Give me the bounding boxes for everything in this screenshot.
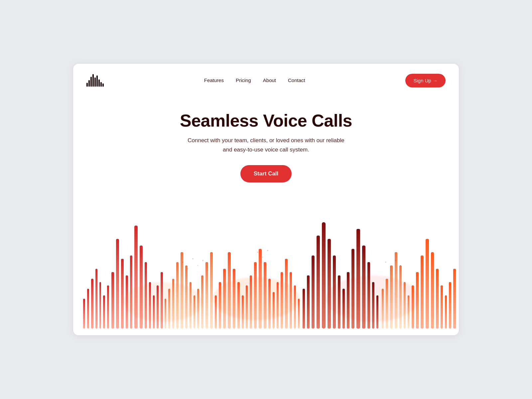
svg-rect-59 (328, 239, 331, 329)
svg-point-87 (182, 261, 184, 263)
svg-rect-21 (161, 272, 163, 329)
nav-item-features[interactable]: Features (204, 77, 224, 83)
logo (86, 74, 104, 87)
svg-rect-12 (121, 259, 124, 329)
svg-rect-79 (421, 255, 424, 329)
svg-rect-33 (210, 252, 213, 329)
svg-rect-74 (399, 265, 402, 329)
svg-rect-54 (303, 289, 305, 329)
nav-link-about[interactable]: About (263, 77, 276, 83)
svg-rect-82 (436, 269, 439, 329)
svg-rect-19 (153, 295, 155, 329)
svg-rect-43 (254, 262, 257, 329)
svg-rect-16 (140, 246, 143, 329)
svg-rect-78 (416, 272, 419, 329)
svg-point-98 (395, 260, 396, 261)
svg-rect-75 (404, 282, 406, 329)
svg-rect-7 (99, 282, 101, 329)
svg-rect-55 (307, 275, 310, 329)
svg-rect-49 (281, 272, 283, 329)
logo-bar (96, 75, 98, 87)
svg-rect-65 (356, 229, 360, 329)
svg-rect-34 (215, 295, 217, 329)
svg-rect-44 (259, 249, 262, 329)
svg-rect-73 (395, 252, 397, 329)
svg-rect-45 (264, 262, 266, 329)
logo-bar (98, 79, 100, 87)
nav-link-pricing[interactable]: Pricing (236, 77, 251, 83)
svg-rect-6 (95, 269, 97, 329)
nav-link-features[interactable]: Features (204, 77, 224, 83)
svg-rect-10 (111, 272, 114, 329)
svg-rect-37 (228, 252, 231, 329)
svg-rect-81 (431, 252, 434, 329)
svg-rect-80 (426, 239, 429, 329)
svg-rect-69 (376, 295, 378, 329)
nav-link-contact[interactable]: Contact (288, 77, 305, 83)
logo-bar (92, 74, 94, 87)
svg-rect-26 (181, 252, 183, 329)
waveform-svg (73, 196, 459, 335)
svg-rect-9 (107, 285, 109, 329)
svg-rect-52 (294, 285, 296, 329)
svg-point-90 (198, 265, 199, 266)
nav-item-pricing[interactable]: Pricing (236, 77, 251, 83)
hero-title: Seamless Voice Calls (80, 111, 452, 131)
svg-rect-27 (185, 265, 188, 329)
svg-rect-84 (445, 295, 447, 329)
svg-rect-85 (449, 282, 451, 329)
svg-point-96 (385, 261, 386, 263)
logo-bar (88, 80, 90, 87)
svg-rect-17 (145, 262, 147, 329)
svg-rect-28 (190, 282, 192, 329)
nav-item-contact[interactable]: Contact (288, 77, 305, 83)
svg-rect-58 (322, 222, 326, 329)
svg-rect-77 (412, 285, 414, 329)
svg-rect-67 (367, 262, 370, 329)
logo-bar (86, 83, 88, 87)
svg-rect-60 (333, 255, 336, 329)
svg-rect-31 (201, 275, 203, 329)
svg-rect-38 (233, 269, 235, 329)
svg-rect-36 (223, 269, 226, 329)
nav-links: Features Pricing About Contact (204, 77, 305, 83)
svg-rect-29 (194, 295, 195, 329)
svg-point-95 (267, 250, 268, 251)
svg-point-89 (192, 258, 194, 259)
svg-rect-40 (242, 295, 244, 329)
svg-rect-42 (250, 275, 252, 329)
logo-bar (100, 82, 102, 87)
svg-rect-14 (130, 255, 132, 329)
svg-rect-64 (351, 249, 354, 329)
svg-rect-72 (390, 265, 393, 329)
svg-rect-24 (172, 279, 174, 329)
svg-rect-61 (338, 275, 340, 329)
svg-rect-70 (382, 289, 384, 329)
signup-button[interactable]: Sign Up → (405, 74, 446, 87)
svg-rect-50 (285, 259, 288, 329)
hero-subtitle: Connect with your team, clients, or love… (183, 136, 349, 154)
svg-rect-5 (91, 279, 93, 329)
svg-rect-76 (408, 295, 409, 329)
start-call-button[interactable]: Start Call (240, 165, 292, 182)
svg-rect-41 (246, 285, 248, 329)
svg-rect-46 (268, 279, 271, 329)
main-card: Features Pricing About Contact Sign Up →… (73, 64, 459, 335)
svg-rect-4 (87, 289, 89, 329)
logo-bar (90, 77, 92, 87)
svg-rect-15 (134, 226, 138, 329)
svg-rect-22 (165, 299, 166, 329)
svg-rect-20 (157, 285, 159, 329)
nav-item-about[interactable]: About (263, 77, 276, 83)
svg-rect-23 (168, 289, 170, 329)
svg-rect-83 (441, 285, 443, 329)
svg-rect-51 (290, 272, 292, 329)
svg-point-97 (390, 267, 391, 268)
svg-rect-35 (219, 282, 221, 329)
waveform-visualization (73, 196, 459, 335)
navbar: Features Pricing About Contact Sign Up → (73, 64, 459, 97)
svg-rect-66 (362, 246, 365, 329)
svg-rect-8 (103, 295, 105, 329)
svg-rect-25 (176, 262, 179, 329)
svg-rect-68 (372, 282, 374, 329)
